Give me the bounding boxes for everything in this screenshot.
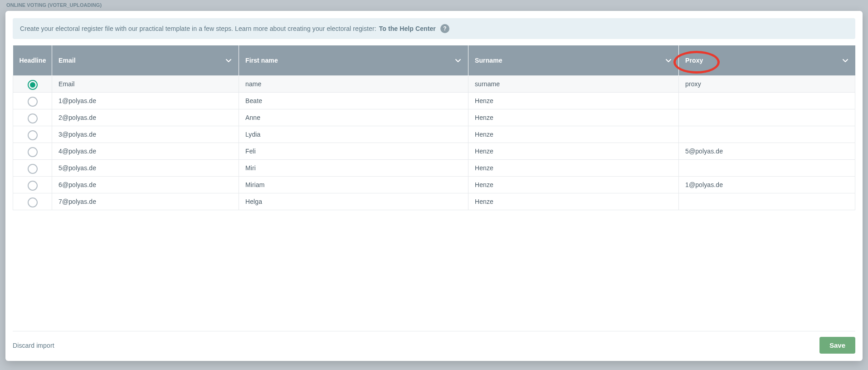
cell-proxy	[679, 93, 855, 109]
cell-surname: Henze	[468, 93, 679, 109]
info-banner: Create your electoral register file with…	[13, 18, 855, 39]
cell-surname: surname	[468, 76, 679, 93]
save-button[interactable]: Save	[819, 337, 855, 354]
cell-email: 7@polyas.de	[52, 193, 239, 210]
cell-email: 1@polyas.de	[52, 93, 239, 109]
cell-first: Lydia	[239, 126, 468, 143]
chevron-down-icon	[665, 57, 672, 64]
mapping-table: Headline Email First name	[13, 45, 855, 210]
column-header-email[interactable]: Email	[52, 45, 239, 76]
cell-proxy: 1@polyas.de	[679, 177, 855, 193]
cell-first: Beate	[239, 93, 468, 109]
column-header-firstname[interactable]: First name	[239, 45, 468, 76]
table-row: 5@polyas.deMiriHenze	[13, 160, 855, 177]
help-icon[interactable]: ?	[440, 24, 449, 33]
cell-email: 5@polyas.de	[52, 160, 239, 177]
column-header-label: Surname	[475, 57, 502, 64]
cell-email: 2@polyas.de	[52, 109, 239, 126]
chevron-down-icon	[454, 57, 462, 64]
chevron-down-icon	[225, 57, 232, 64]
cell-proxy: proxy	[679, 76, 855, 93]
modal-footer: Discard import Save	[13, 331, 855, 354]
cell-email: 3@polyas.de	[52, 126, 239, 143]
cell-first: Miri	[239, 160, 468, 177]
cell-first: Feli	[239, 143, 468, 160]
table-row: 1@polyas.deBeateHenze	[13, 93, 855, 109]
table-row: 6@polyas.deMiriamHenze1@polyas.de	[13, 177, 855, 193]
cell-proxy: 5@polyas.de	[679, 143, 855, 160]
table-row: 7@polyas.deHelgaHenze	[13, 193, 855, 210]
column-header-headline: Headline	[13, 45, 52, 76]
headline-radio[interactable]	[28, 80, 38, 90]
headline-radio[interactable]	[28, 197, 38, 207]
column-header-label: Headline	[20, 57, 46, 64]
headline-radio-cell	[13, 160, 52, 177]
cell-surname: Henze	[468, 177, 679, 193]
headline-radio[interactable]	[28, 147, 38, 157]
cell-surname: Henze	[468, 143, 679, 160]
table-row: 3@polyas.deLydiaHenze	[13, 126, 855, 143]
info-banner-text: Create your electoral register file with…	[20, 25, 376, 32]
column-header-label: Email	[59, 57, 76, 64]
cell-email: 6@polyas.de	[52, 177, 239, 193]
cell-email: Email	[52, 76, 239, 93]
table-row: 4@polyas.deFeliHenze5@polyas.de	[13, 143, 855, 160]
cell-surname: Henze	[468, 126, 679, 143]
cell-surname: Henze	[468, 193, 679, 210]
cell-surname: Henze	[468, 109, 679, 126]
column-header-label: First name	[245, 57, 278, 64]
headline-radio[interactable]	[28, 97, 38, 107]
headline-radio-cell	[13, 109, 52, 126]
headline-radio[interactable]	[28, 181, 38, 191]
chevron-down-icon	[842, 57, 849, 64]
cell-first: Anne	[239, 109, 468, 126]
breadcrumb: ONLINE VOTING (VOTER_UPLOADING)	[0, 0, 868, 9]
cell-surname: Henze	[468, 160, 679, 177]
column-header-label: Proxy	[685, 57, 703, 64]
column-header-proxy[interactable]: Proxy	[679, 45, 855, 76]
headline-radio-cell	[13, 177, 52, 193]
headline-radio-cell	[13, 93, 52, 109]
headline-radio-cell	[13, 143, 52, 160]
table-row: 2@polyas.deAnneHenze	[13, 109, 855, 126]
headline-radio[interactable]	[28, 113, 38, 123]
headline-radio[interactable]	[28, 130, 38, 140]
table-row: Emailnamesurnameproxy	[13, 76, 855, 93]
headline-radio-cell	[13, 193, 52, 210]
cell-first: Helga	[239, 193, 468, 210]
cell-proxy	[679, 126, 855, 143]
column-header-surname[interactable]: Surname	[468, 45, 679, 76]
cell-proxy	[679, 160, 855, 177]
headline-radio[interactable]	[28, 164, 38, 174]
cell-first: name	[239, 76, 468, 93]
cell-email: 4@polyas.de	[52, 143, 239, 160]
cell-proxy	[679, 109, 855, 126]
headline-radio-cell	[13, 76, 52, 93]
discard-import-link[interactable]: Discard import	[13, 342, 54, 349]
help-center-link[interactable]: To the Help Center	[379, 25, 436, 32]
headline-radio-cell	[13, 126, 52, 143]
voter-upload-modal: Create your electoral register file with…	[5, 11, 863, 361]
cell-proxy	[679, 193, 855, 210]
cell-first: Miriam	[239, 177, 468, 193]
